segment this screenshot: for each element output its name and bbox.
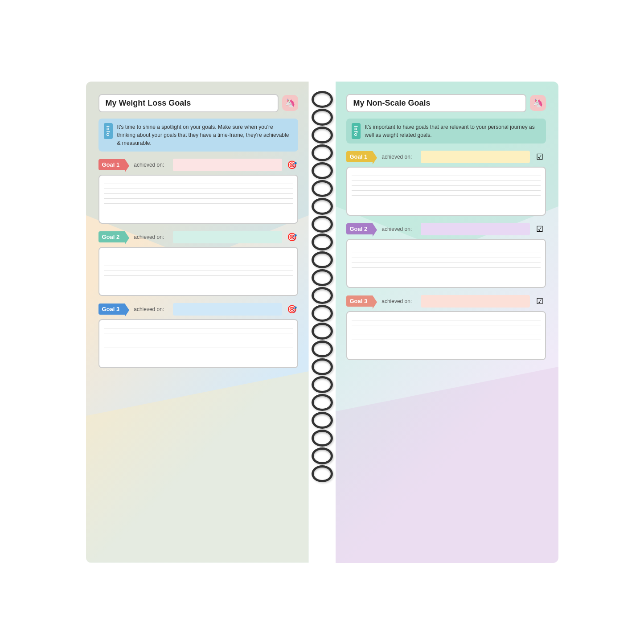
left-goal-1-lines[interactable]	[98, 175, 298, 224]
right-goal-1-icon: ☑	[533, 151, 546, 163]
right-goal-1-lines[interactable]	[346, 167, 546, 216]
right-title-box: My Non-Scale Goals 🦄	[346, 94, 546, 112]
right-goal-1-section: Goal 1 achieved on: ☑	[346, 151, 546, 216]
svg-marker-1	[86, 371, 309, 563]
spiral-coil	[312, 323, 333, 340]
left-goal-3-header: Goal 3 achieved on: 🎯	[98, 303, 298, 316]
spiral-coil	[312, 358, 333, 375]
right-page-title: My Non-Scale Goals	[346, 94, 526, 112]
right-goal-2-header: Goal 2 achieved on: ☑	[346, 223, 546, 235]
spiral-coil	[312, 162, 333, 179]
right-info-text: It's important to have goals that are re…	[365, 123, 541, 139]
left-goal-1-achieved-label: achieved on:	[134, 162, 164, 168]
left-goal-1-badge: Goal 1	[98, 159, 125, 170]
left-help-icon: 🦄	[285, 98, 295, 108]
spiral-coil	[312, 305, 333, 322]
spiral-coil	[312, 216, 333, 233]
right-goal-1-achieved-label: achieved on:	[381, 154, 412, 160]
spiral-coil	[312, 109, 333, 126]
page-right: My Non-Scale Goals 🦄 info It's important…	[336, 82, 558, 563]
spiral-coil	[312, 198, 333, 215]
left-goal-2-header: Goal 2 achieved on: 🎯	[98, 231, 298, 243]
left-info-box: info It's time to shine a spotlight on y…	[98, 119, 298, 152]
spiral-coil	[312, 127, 333, 144]
spiral-coil	[312, 251, 333, 268]
left-help-badge[interactable]: 🦄	[282, 95, 298, 111]
right-goal-2-achieved-field[interactable]	[421, 223, 529, 235]
spiral-coil	[312, 465, 333, 482]
left-goal-3-badge: Goal 3	[98, 304, 125, 315]
right-goal-1-achieved-field[interactable]	[421, 151, 529, 163]
left-info-text: It's time to shine a spotlight on your g…	[117, 123, 293, 147]
spiral-coil	[312, 394, 333, 411]
left-goal-1-header: Goal 1 achieved on: 🎯	[98, 159, 298, 171]
right-help-icon: 🦄	[533, 98, 543, 108]
spiral-coil	[312, 234, 333, 250]
right-goal-3-achieved-label: achieved on:	[381, 298, 412, 304]
right-goal-3-section: Goal 3 achieved on: ☑	[346, 295, 546, 360]
spiral-coil	[312, 430, 333, 447]
right-goal-1-badge: Goal 1	[346, 151, 373, 162]
right-info-box: info It's important to have goals that a…	[346, 119, 546, 144]
right-info-label: info	[352, 123, 361, 139]
right-goal-3-badge: Goal 3	[346, 295, 373, 307]
spiral-coil	[312, 447, 333, 464]
right-goal-3-lines[interactable]	[346, 311, 546, 360]
left-goal-2-icon: 🎯	[286, 231, 298, 243]
left-goal-1-achieved-field[interactable]	[173, 159, 282, 171]
right-goal-1-header: Goal 1 achieved on: ☑	[346, 151, 546, 163]
page-left: My Weight Loss Goals 🦄 info It's time to…	[86, 82, 309, 563]
left-goal-2-section: Goal 2 achieved on: 🎯	[98, 231, 298, 296]
right-goal-2-section: Goal 2 achieved on: ☑	[346, 223, 546, 288]
left-page-title: My Weight Loss Goals	[98, 94, 279, 112]
left-goal-3-achieved-field[interactable]	[173, 303, 282, 316]
left-goal-1-section: Goal 1 achieved on: 🎯	[98, 159, 298, 224]
left-goal-2-lines[interactable]	[98, 247, 298, 296]
spiral-coil	[312, 144, 333, 161]
right-goal-3-icon: ☑	[533, 295, 546, 308]
left-title-box: My Weight Loss Goals 🦄	[98, 94, 298, 112]
spiral-coil	[312, 376, 333, 393]
right-goal-3-achieved-field[interactable]	[421, 295, 529, 308]
right-goal-2-icon: ☑	[533, 223, 546, 235]
right-goal-2-badge: Goal 2	[346, 223, 373, 234]
spiral-coil	[312, 287, 333, 304]
spiral-coil	[312, 340, 333, 357]
left-info-label: info	[104, 123, 113, 139]
right-goal-2-lines[interactable]	[346, 239, 546, 288]
left-goal-3-icon: 🎯	[286, 303, 298, 316]
right-goal-3-header: Goal 3 achieved on: ☑	[346, 295, 546, 308]
right-goal-2-achieved-label: achieved on:	[381, 226, 412, 232]
left-goal-2-achieved-field[interactable]	[173, 231, 282, 243]
spiral-coil	[312, 91, 333, 108]
svg-marker-3	[336, 367, 558, 563]
left-goal-2-badge: Goal 2	[98, 231, 125, 242]
spiral-coil	[312, 180, 333, 197]
left-goal-3-section: Goal 3 achieved on: 🎯	[98, 303, 298, 368]
spiral-coil	[312, 412, 333, 429]
left-goal-3-achieved-label: achieved on:	[134, 306, 164, 312]
spiral-coil	[312, 269, 333, 286]
notebook: My Weight Loss Goals 🦄 info It's time to…	[86, 82, 558, 563]
right-help-badge[interactable]: 🦄	[530, 95, 546, 111]
left-goal-3-lines[interactable]	[98, 319, 298, 368]
spiral-binding	[309, 82, 336, 563]
left-goal-1-icon: 🎯	[286, 159, 298, 171]
left-goal-2-achieved-label: achieved on:	[134, 234, 164, 240]
